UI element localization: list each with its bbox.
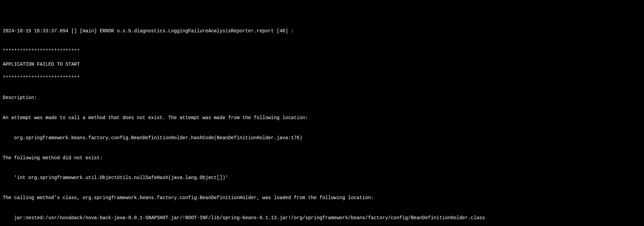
calling-class-label: The calling method's class, org.springfr… <box>3 188 641 201</box>
error-title: APPLICATION FAILED TO START <box>3 61 641 68</box>
method-not-exist-label: The following method did not exist: <box>3 148 641 161</box>
calling-class-location: jar:nested:/usr/novaback/nova-back-java-… <box>3 208 641 221</box>
description-label: Description: <box>3 88 641 101</box>
method-not-exist: 'int org.springframework.util.ObjectUtil… <box>3 168 641 181</box>
calling-location: org.springframework.beans.factory.config… <box>3 128 641 141</box>
description-intro: An attempt was made to call a method tha… <box>3 108 641 122</box>
separator-top: *************************** <box>3 42 641 55</box>
separator-bottom: *************************** <box>3 75 641 82</box>
log-header: 2024-10-15 16:33:37.094 [] [main] ERROR … <box>3 28 641 35</box>
